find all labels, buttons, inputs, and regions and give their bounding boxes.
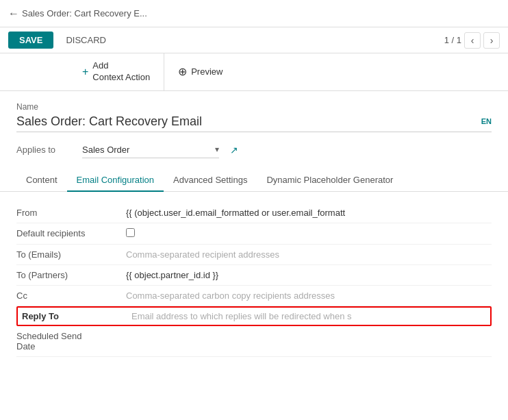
top-bar: ← Sales Order: Cart Recovery E... xyxy=(0,0,508,27)
tabs: Content Email Configuration Advanced Set… xyxy=(0,169,508,192)
from-label: From xyxy=(16,208,126,218)
name-text: Sales Order: Cart Recovery Email xyxy=(16,114,202,129)
preview-label: Preview xyxy=(191,66,223,77)
reply-to-value[interactable]: Email address to which replies will be r… xyxy=(131,311,486,321)
add-context-action-button[interactable]: + AddContext Action xyxy=(68,53,164,90)
name-value[interactable]: Sales Order: Cart Recovery Email EN xyxy=(16,114,492,132)
tab-advanced-settings[interactable]: Advanced Settings xyxy=(164,169,257,192)
default-recipients-checkbox[interactable] xyxy=(126,228,135,237)
from-row: From {{ (object.user_id.email_formatted … xyxy=(16,203,492,223)
tab-email-configuration[interactable]: Email Configuration xyxy=(67,169,164,192)
to-emails-row: To (Emails) Comma-separated recipient ad… xyxy=(16,245,492,265)
to-emails-label: To (Emails) xyxy=(16,249,126,260)
external-link-icon[interactable]: ↗ xyxy=(230,145,238,156)
to-partners-value[interactable]: {{ object.partner_id.id }} xyxy=(126,270,492,280)
lang-badge[interactable]: EN xyxy=(481,117,492,125)
name-field-group: Name Sales Order: Cart Recovery Email EN xyxy=(16,102,492,132)
applies-to-select[interactable]: Sales Order ▾ xyxy=(82,142,219,158)
tab-content[interactable]: Content xyxy=(16,169,67,192)
form-table: From {{ (object.user_id.email_formatted … xyxy=(16,203,492,357)
pagination-text: 1 / 1 xyxy=(444,35,461,45)
cc-row: Cc Comma-separated carbon copy recipient… xyxy=(16,286,492,306)
pagination: 1 / 1 ‹ › xyxy=(444,32,500,49)
applies-to-label: Applies to xyxy=(16,145,71,155)
cc-value[interactable]: Comma-separated carbon copy recipients a… xyxy=(126,291,492,301)
dropdown-arrow-icon: ▾ xyxy=(215,145,219,154)
plus-icon: + xyxy=(82,66,88,78)
from-value[interactable]: {{ (object.user_id.email_formatted or us… xyxy=(126,208,492,218)
add-context-action-label: AddContext Action xyxy=(92,60,150,84)
default-recipients-label: Default recipients xyxy=(16,228,126,238)
scheduled-send-date-label: Scheduled SendDate xyxy=(16,331,126,351)
save-button[interactable]: SAVE xyxy=(8,32,53,49)
prev-button[interactable]: ‹ xyxy=(464,32,481,49)
applies-to-row: Applies to Sales Order ▾ ↗ xyxy=(16,142,492,158)
tab-dynamic-placeholder[interactable]: Dynamic Placeholder Generator xyxy=(257,169,403,192)
back-link[interactable]: ← Sales Order: Cart Recovery E... xyxy=(8,8,147,20)
default-recipients-value xyxy=(126,228,492,239)
applies-to-value: Sales Order xyxy=(82,145,212,155)
scheduled-send-date-row: Scheduled SendDate xyxy=(16,326,492,357)
toolbar: + AddContext Action ⊕ Preview xyxy=(0,53,508,91)
to-partners-row: To (Partners) {{ object.partner_id.id }} xyxy=(16,265,492,286)
to-emails-value[interactable]: Comma-separated recipient addresses xyxy=(126,249,492,260)
cc-label: Cc xyxy=(16,291,126,301)
reply-to-row: Reply To Email address to which replies … xyxy=(16,306,492,326)
preview-icon: ⊕ xyxy=(178,65,187,78)
discard-button[interactable]: DISCARD xyxy=(59,32,113,49)
action-bar: SAVE DISCARD 1 / 1 ‹ › xyxy=(0,27,508,53)
back-arrow-icon: ← xyxy=(8,8,19,20)
back-link-label: Sales Order: Cart Recovery E... xyxy=(22,8,147,18)
preview-button[interactable]: ⊕ Preview xyxy=(164,58,236,85)
default-recipients-row: Default recipients xyxy=(16,223,492,245)
main-content: Name Sales Order: Cart Recovery Email EN… xyxy=(0,91,508,368)
next-button[interactable]: › xyxy=(483,32,500,49)
to-partners-label: To (Partners) xyxy=(16,270,126,280)
name-label: Name xyxy=(16,102,492,112)
reply-to-label: Reply To xyxy=(22,311,131,321)
